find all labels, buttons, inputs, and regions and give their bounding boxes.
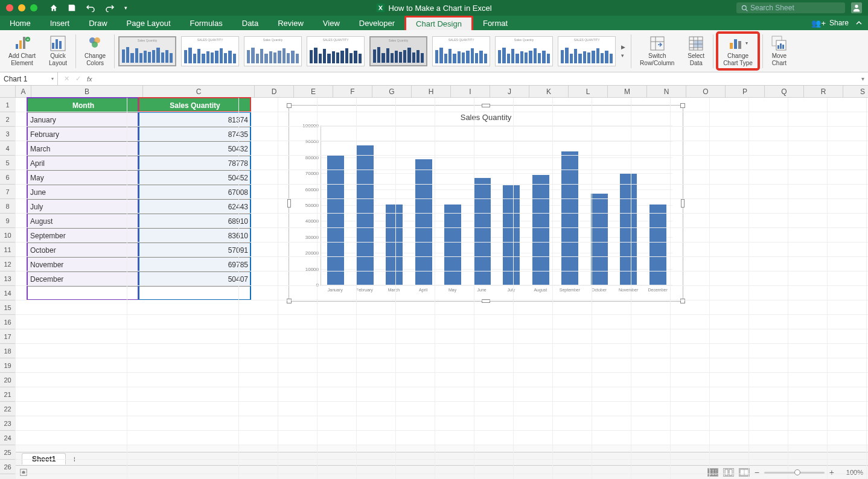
cell-value[interactable]: 83610 bbox=[139, 229, 251, 243]
column-header-G[interactable]: G bbox=[372, 86, 412, 97]
chart-resize-handle-w[interactable] bbox=[287, 199, 291, 208]
row-header-24[interactable]: 24 bbox=[0, 431, 15, 445]
select-data-button[interactable]: Select Data bbox=[683, 33, 709, 69]
cell-month[interactable]: April bbox=[28, 156, 139, 171]
chart-style-thumb-2[interactable]: SALES QUANTITY bbox=[181, 36, 239, 66]
row-header-10[interactable]: 10 bbox=[0, 228, 15, 243]
ribbon-tab-chart-design[interactable]: Chart Design bbox=[404, 16, 473, 30]
cell-value[interactable]: 67008 bbox=[139, 185, 251, 200]
save-icon[interactable] bbox=[68, 4, 76, 12]
cell-month[interactable]: January bbox=[28, 113, 139, 127]
select-all-corner[interactable] bbox=[0, 86, 16, 98]
move-chart-button[interactable]: Move Chart bbox=[767, 33, 792, 69]
column-header-C[interactable]: C bbox=[143, 86, 255, 97]
cell-value[interactable]: 57091 bbox=[139, 243, 251, 258]
table-header-sales[interactable]: Sales Quantity bbox=[139, 98, 251, 113]
change-chart-type-button[interactable]: ▾ Change Chart Type bbox=[717, 33, 759, 69]
chart-bar[interactable] bbox=[474, 178, 491, 285]
chart-resize-handle-ne[interactable] bbox=[680, 103, 685, 108]
cell-month[interactable]: October bbox=[28, 243, 139, 258]
formula-bar-expand-icon[interactable]: ▾ bbox=[861, 75, 868, 82]
cell-value[interactable]: 81374 bbox=[139, 113, 251, 127]
column-header-N[interactable]: N bbox=[647, 86, 686, 97]
qat-dropdown-icon[interactable]: ▾ bbox=[124, 5, 127, 11]
switch-row-column-button[interactable]: Switch Row/Column bbox=[635, 33, 679, 69]
column-header-K[interactable]: K bbox=[529, 86, 569, 97]
row-header-2[interactable]: 2 bbox=[0, 112, 15, 127]
chart-style-thumb-5[interactable]: Sales Quantity bbox=[369, 36, 427, 66]
cell-month[interactable]: August bbox=[28, 214, 139, 229]
table-header-month[interactable]: Month bbox=[28, 98, 139, 113]
row-header-13[interactable]: 13 bbox=[0, 271, 15, 286]
column-header-S[interactable]: S bbox=[843, 86, 868, 97]
row-header-11[interactable]: 11 bbox=[0, 243, 15, 257]
row-header-21[interactable]: 21 bbox=[0, 387, 15, 402]
chart-bar[interactable] bbox=[415, 159, 432, 285]
chart-style-thumb-3[interactable]: Sales Quantity bbox=[244, 36, 302, 66]
column-header-R[interactable]: R bbox=[804, 86, 843, 97]
cell-month[interactable]: November bbox=[28, 258, 139, 272]
close-window-button[interactable] bbox=[6, 4, 13, 11]
styles-scroll-right-icon[interactable]: ▶ bbox=[619, 43, 627, 51]
ribbon-tab-page-layout[interactable]: Page Layout bbox=[117, 16, 180, 30]
cell-value[interactable]: 87435 bbox=[139, 127, 251, 142]
row-header-18[interactable]: 18 bbox=[0, 344, 15, 358]
column-header-O[interactable]: O bbox=[686, 86, 726, 97]
chart-bar[interactable] bbox=[357, 145, 374, 285]
chart-resize-handle-nw[interactable] bbox=[287, 103, 292, 108]
cell-value[interactable]: 69785 bbox=[139, 258, 251, 272]
change-colors-button[interactable]: Change Colors bbox=[80, 33, 110, 69]
cell-value[interactable]: 50407 bbox=[139, 272, 251, 287]
home-icon[interactable] bbox=[49, 4, 58, 12]
add-chart-element-button[interactable]: + Add Chart Element bbox=[4, 33, 40, 69]
chart-title[interactable]: Sales Quantity bbox=[296, 113, 675, 122]
ribbon-tab-data[interactable]: Data bbox=[232, 16, 268, 30]
cell-month[interactable]: July bbox=[28, 200, 139, 214]
chart-bar[interactable] bbox=[649, 205, 666, 285]
chart-resize-handle-n[interactable] bbox=[482, 104, 490, 107]
column-header-A[interactable]: A bbox=[16, 86, 31, 97]
cancel-formula-icon[interactable]: ✕ bbox=[64, 75, 69, 83]
chart-bar[interactable] bbox=[444, 205, 461, 285]
cell-value[interactable]: 68910 bbox=[139, 214, 251, 229]
row-header-8[interactable]: 8 bbox=[0, 199, 15, 214]
undo-icon[interactable] bbox=[86, 4, 95, 12]
row-header-16[interactable]: 16 bbox=[0, 315, 15, 329]
row-header-3[interactable]: 3 bbox=[0, 127, 15, 141]
chart-bar[interactable] bbox=[386, 205, 403, 285]
cell-month[interactable]: June bbox=[28, 185, 139, 200]
cell-month[interactable]: September bbox=[28, 229, 139, 243]
chart-style-thumb-6[interactable]: SALES QUANTITY bbox=[432, 36, 490, 66]
ribbon-tab-formulas[interactable]: Formulas bbox=[180, 16, 232, 30]
row-header-22[interactable]: 22 bbox=[0, 402, 15, 416]
chart-plot-area[interactable]: 0100002000030000400005000060000700008000… bbox=[321, 125, 672, 285]
chart-style-thumb-4[interactable]: SALES QUANTITY bbox=[307, 36, 365, 66]
cell-value[interactable]: 78778 bbox=[139, 156, 251, 171]
cell-month[interactable]: February bbox=[28, 127, 139, 142]
ribbon-tab-view[interactable]: View bbox=[313, 16, 349, 30]
cell-month[interactable]: December bbox=[28, 272, 139, 287]
chart-bar[interactable] bbox=[503, 185, 520, 285]
row-header-1[interactable]: 1 bbox=[0, 98, 15, 112]
column-header-J[interactable]: J bbox=[490, 86, 529, 97]
user-account-icon[interactable] bbox=[851, 2, 862, 13]
ribbon-tab-review[interactable]: Review bbox=[268, 16, 313, 30]
column-header-P[interactable]: P bbox=[726, 86, 765, 97]
row-header-17[interactable]: 17 bbox=[0, 329, 15, 344]
row-header-19[interactable]: 19 bbox=[0, 358, 15, 373]
chart-bar[interactable] bbox=[532, 175, 549, 285]
row-header-14[interactable]: 14 bbox=[0, 286, 15, 300]
quick-layout-button[interactable]: Quick Layout bbox=[44, 33, 72, 69]
cell-value[interactable]: 62443 bbox=[139, 200, 251, 214]
chart-style-thumb-8[interactable]: SALES QUANTITY bbox=[558, 36, 616, 66]
chart-resize-handle-e[interactable] bbox=[681, 199, 685, 208]
row-header-15[interactable]: 15 bbox=[0, 300, 15, 315]
row-header-9[interactable]: 9 bbox=[0, 214, 15, 228]
redo-icon[interactable] bbox=[105, 4, 115, 12]
ribbon-tab-format[interactable]: Format bbox=[473, 16, 517, 30]
column-header-F[interactable]: F bbox=[333, 86, 372, 97]
chart-bar[interactable] bbox=[327, 155, 344, 285]
ribbon-tab-developer[interactable]: Developer bbox=[349, 16, 404, 30]
ribbon-tab-insert[interactable]: Insert bbox=[40, 16, 80, 30]
chart-bar[interactable] bbox=[620, 174, 637, 285]
